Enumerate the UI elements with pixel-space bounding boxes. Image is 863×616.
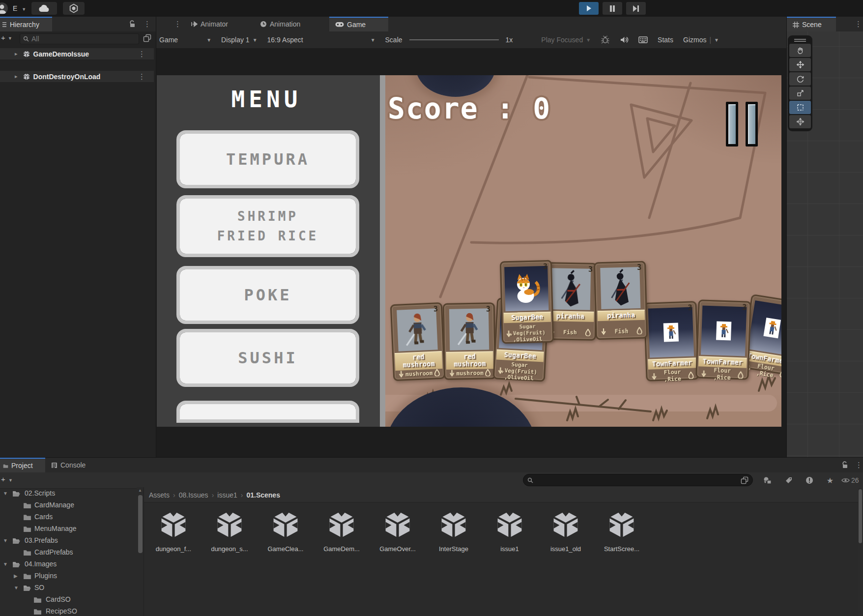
tree-scrollbar[interactable]: ▲: [137, 487, 144, 616]
menu-scrollbar[interactable]: [380, 75, 385, 427]
tree-item-so[interactable]: ▼SO: [0, 582, 137, 593]
asset-scene-2[interactable]: GameClea...: [259, 507, 312, 553]
expand-arrow-icon[interactable]: ▸: [15, 73, 18, 80]
game-card-red-mushroom[interactable]: 3redmushroommushroom: [443, 302, 496, 380]
mute-audio-toggle[interactable]: [615, 31, 633, 48]
item-menu-kebab[interactable]: ⋮: [138, 50, 145, 58]
asset-scene-3[interactable]: GameDem...: [316, 507, 368, 553]
item-menu-kebab[interactable]: ⋮: [138, 73, 145, 80]
transform-tool-button[interactable]: [789, 115, 811, 128]
tree-item-02.scripts[interactable]: ▼02.Scripts: [0, 487, 137, 499]
tree-item-recipeso[interactable]: RecipeSO: [0, 605, 137, 616]
tab-scene[interactable]: Scene: [787, 17, 836, 31]
scene-menu-kebab[interactable]: ⋮: [855, 20, 862, 28]
asset-scene-0[interactable]: dungeon_f...: [147, 507, 200, 553]
view-mode-dropdown[interactable]: Game ▼: [156, 31, 216, 48]
menu-button[interactable]: SUSHI: [180, 332, 356, 383]
game-card-red-mushroom[interactable]: 3redmushroommushroom: [390, 302, 446, 381]
menu-button[interactable]: SHRIMPFRIED RICE: [180, 199, 356, 254]
tab-console[interactable]: Console: [45, 458, 103, 472]
tab-animation[interactable]: Animation: [254, 17, 329, 31]
asset-scene-8[interactable]: StartScree...: [596, 507, 648, 553]
cloud-services-button[interactable]: [31, 2, 57, 15]
asset-scene-6[interactable]: issue1: [484, 507, 536, 553]
breadcrumb-item[interactable]: issue1: [217, 491, 237, 499]
pause-button[interactable]: [603, 2, 622, 15]
lock-icon[interactable]: [841, 461, 849, 469]
create-button[interactable]: +: [1, 33, 5, 42]
rect-tool-button[interactable]: [789, 101, 811, 114]
rotate-tool-button[interactable]: [789, 72, 811, 86]
debug-toggle[interactable]: [596, 31, 615, 48]
menu-button[interactable]: TEMPURA: [180, 134, 356, 185]
tree-item-cardmanage[interactable]: CardManage: [0, 499, 137, 511]
favorites-star-icon[interactable]: ★: [826, 476, 834, 485]
play-focused-dropdown[interactable]: Play Focused ▼: [536, 31, 596, 48]
expand-arrow-icon[interactable]: ▶: [14, 573, 18, 579]
scrollbar-thumb[interactable]: [138, 495, 143, 553]
scene-view[interactable]: [787, 31, 863, 457]
pause-game-button[interactable]: [746, 102, 758, 147]
tree-item-cardprefabs[interactable]: CardPrefabs: [0, 546, 137, 558]
expand-arrow-icon[interactable]: ▼: [3, 538, 8, 543]
account-dropdown[interactable]: E ▼: [13, 4, 26, 12]
search-by-label-button[interactable]: [784, 476, 793, 485]
play-button[interactable]: [579, 2, 599, 15]
game-card-townfarmer[interactable]: 3TownFarmerFlour ,Rice: [643, 301, 699, 381]
project-search-input[interactable]: [523, 474, 753, 486]
tree-item-cards[interactable]: Cards: [0, 511, 137, 523]
hidden-count[interactable]: 26: [841, 476, 859, 484]
scale-tool-button[interactable]: [789, 87, 811, 100]
hand-tool-button[interactable]: [789, 44, 811, 57]
open-in-window-icon[interactable]: [143, 34, 151, 42]
asset-scene-1[interactable]: dungeon_s...: [203, 507, 256, 553]
asset-scene-4[interactable]: GameOver...: [372, 507, 424, 553]
hierarchy-item[interactable]: ▸DontDestroyOnLoad⋮: [0, 71, 154, 82]
version-control-button[interactable]: [63, 2, 85, 15]
assets-scrollbar[interactable]: [858, 488, 863, 616]
tab-animator[interactable]: Animator: [185, 17, 254, 31]
hierarchy-item[interactable]: ▸GameDemoIssue⋮: [0, 48, 154, 59]
account-avatar[interactable]: [0, 2, 8, 14]
tree-item-04.images[interactable]: ▼04.Images: [0, 558, 137, 570]
expand-arrow-icon[interactable]: ▼: [3, 561, 8, 567]
hierarchy-menu-kebab[interactable]: ⋮: [144, 20, 151, 28]
lock-icon[interactable]: [129, 20, 136, 28]
gizmos-dropdown[interactable]: Gizmos | ▼: [678, 31, 724, 48]
tree-item-03.prefabs[interactable]: ▼03.Prefabs: [0, 534, 137, 546]
tree-item-menumanage[interactable]: MenuManage: [0, 523, 137, 534]
tab-game[interactable]: Game: [329, 17, 388, 31]
menu-button-partial[interactable]: [180, 404, 356, 419]
asset-scene-7[interactable]: issue1_old: [540, 507, 592, 553]
stats-toggle[interactable]: Stats: [653, 31, 678, 48]
chevron-down-icon[interactable]: ▼: [8, 36, 12, 41]
search-importance-button[interactable]: [805, 476, 814, 485]
tree-item-cardso[interactable]: CardSO: [0, 593, 137, 605]
expand-arrow-icon[interactable]: ▼: [14, 585, 19, 590]
device-simulator-toggle[interactable]: [633, 31, 653, 48]
open-in-window-icon[interactable]: [741, 476, 748, 484]
scroll-up-arrow[interactable]: ▲: [138, 488, 142, 493]
game-card-sugarbee[interactable]: 3SugarBeeSugar,Veg(Fruit),OliveOil: [500, 260, 554, 344]
overlay-drag-handle[interactable]: [794, 38, 806, 42]
pause-game-button[interactable]: [726, 102, 738, 147]
breadcrumb-item[interactable]: 01.Scenes: [246, 491, 280, 499]
move-tool-button[interactable]: [789, 58, 811, 71]
step-button[interactable]: [626, 2, 646, 15]
chevron-down-icon[interactable]: ▼: [8, 478, 13, 483]
scale-slider[interactable]: [409, 39, 499, 40]
tab-project[interactable]: Project: [0, 458, 45, 472]
game-card-piranha[interactable]: 3piranhaFish: [594, 261, 648, 340]
display-dropdown[interactable]: Display 1 ▼: [216, 31, 262, 48]
expand-arrow-icon[interactable]: ▸: [15, 51, 18, 57]
breadcrumb-item[interactable]: 08.Issues: [179, 491, 208, 499]
breadcrumb-item[interactable]: Assets: [149, 491, 170, 499]
expand-arrow-icon[interactable]: ▼: [3, 491, 8, 496]
center-menu-kebab[interactable]: ⋮: [174, 20, 181, 28]
tab-hierarchy[interactable]: Hierarchy: [0, 17, 52, 31]
create-button[interactable]: +: [1, 475, 5, 483]
project-menu-kebab[interactable]: ⋮: [855, 461, 863, 469]
menu-button[interactable]: POKE: [180, 269, 356, 321]
search-by-type-button[interactable]: [763, 476, 772, 485]
game-card-townfarmer[interactable]: 3TownFarmerFlour ,Rice: [695, 299, 751, 380]
